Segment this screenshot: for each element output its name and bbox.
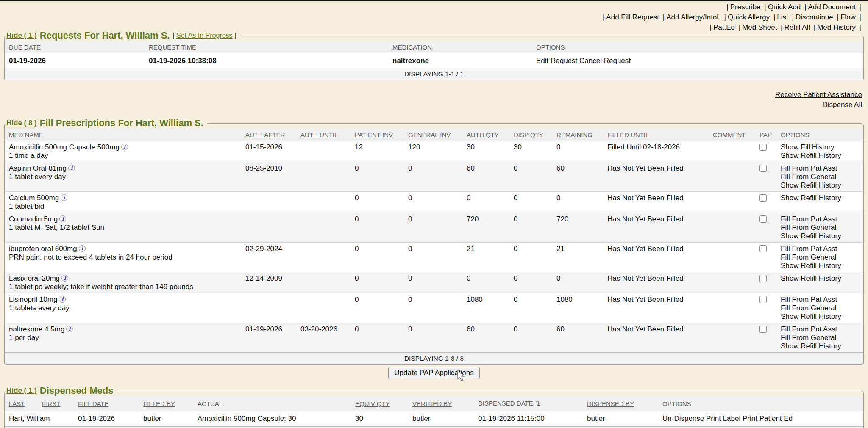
dispensed-col-equiv-qty[interactable]: EQUIV QTY	[351, 396, 408, 411]
nav-link-add-allergy-intol[interactable]: Add Allergy/Intol.	[666, 13, 721, 21]
pap-checkbox[interactable]	[760, 245, 767, 252]
fill-row: ibuprofen oral 600mgi PRN pain, not to e…	[5, 243, 863, 272]
dispensed-col-filled-by[interactable]: FILLED BY	[139, 396, 193, 411]
med-cell: Aspirin Oral 81mgi 1 tablet every day	[5, 162, 241, 192]
dispensed-col-first[interactable]: FIRST	[38, 396, 74, 411]
fill-from-pat-asst-link[interactable]: Fill From Pat Asst	[781, 325, 859, 334]
fill-col-remaining: REMAINING	[552, 129, 603, 141]
fill-from-general-link[interactable]: Fill From General	[781, 334, 859, 342]
fill-col-med-name[interactable]: MED NAME	[5, 129, 241, 141]
nav-link-add-fill-request[interactable]: Add Fill Request	[606, 13, 659, 21]
dispensed-col-fill-date[interactable]: FILL DATE	[74, 396, 139, 411]
set-as-in-progress-link[interactable]: Set As In Progress	[176, 32, 233, 39]
info-icon[interactable]: i	[79, 245, 86, 252]
requests-col-request-time[interactable]: REQUEST TIME	[145, 41, 388, 53]
fill-col-auth-after[interactable]: AUTH AFTER	[241, 129, 296, 141]
dispensed-col-verified-by[interactable]: VERIFIED BY	[408, 396, 474, 411]
nav-link-quick-add[interactable]: Quick Add	[768, 3, 801, 11]
nav-link-quick-allergy[interactable]: Quick Allergy	[728, 13, 770, 21]
show-refill-history-link[interactable]: Show Refill History	[781, 152, 859, 160]
requests-displaying: DISPLAYING 1-1 / 1	[5, 68, 863, 80]
show-refill-history-link[interactable]: Show Refill History	[781, 262, 859, 270]
fill-from-pat-asst-link[interactable]: Fill From Pat Asst	[781, 295, 859, 304]
nav-link-refill-all[interactable]: Refill All	[785, 23, 810, 31]
fill-from-general-link[interactable]: Fill From General	[781, 253, 859, 262]
info-icon[interactable]: i	[68, 165, 75, 171]
med-cell: naltrexone 4.5mgi 1 per day	[5, 323, 241, 353]
nav-line-3: |Pat.Ed |Med Sheet |Refill All |Med Hist…	[601, 22, 863, 33]
info-icon[interactable]: i	[61, 194, 67, 201]
nav-link-prescribe[interactable]: Prescribe	[730, 3, 761, 11]
nav-link-med-sheet[interactable]: Med Sheet	[742, 23, 777, 31]
receive-patient-assistance-link[interactable]: Receive Patient Assistance	[775, 90, 862, 100]
fill-hide-link[interactable]: Hide ( 8 )	[6, 119, 37, 127]
requests-footer-row: DISPLAYING 1-1 / 1	[5, 68, 863, 80]
nav-link-flow[interactable]: Flow	[840, 13, 856, 21]
nav-link-med-history[interactable]: Med History	[817, 23, 856, 31]
fill-from-pat-asst-link[interactable]: Fill From Pat Asst	[781, 245, 859, 253]
dispensed-col-actual: ACTUAL	[193, 396, 351, 411]
pap-checkbox[interactable]	[760, 275, 767, 282]
fill-row: Amoxicillin 500mg Capsule 500mgi 1 time …	[5, 141, 863, 162]
top-nav: |Prescribe |Quick Add |Add Document | |A…	[601, 2, 863, 33]
dispensed-col-dispensed-date[interactable]: DISPENSED DATE↴	[474, 396, 583, 411]
fill-from-pat-asst-link[interactable]: Fill From Pat Asst	[781, 215, 859, 224]
info-icon[interactable]: i	[59, 215, 66, 222]
requests-col-due-date[interactable]: DUE DATE	[5, 41, 145, 53]
options-cell: Show Refill History	[776, 272, 863, 293]
pap-checkbox[interactable]	[760, 215, 767, 223]
show-refill-history-link[interactable]: Show Refill History	[781, 232, 859, 240]
fill-from-general-link[interactable]: Fill From General	[781, 224, 859, 232]
med-sig: 1 time a day	[9, 152, 237, 160]
fill-col-general-inv[interactable]: GENERAL INV	[404, 129, 462, 141]
pap-checkbox[interactable]	[760, 144, 767, 151]
dispensed-col-last[interactable]: LAST	[5, 396, 38, 411]
fill-from-pat-asst-link[interactable]: Fill From Pat Asst	[781, 164, 859, 173]
dispensed-col-dispensed-by[interactable]: DISPENSED BY	[583, 396, 658, 411]
fill-legend: Hide ( 8 ) Fill Prescriptions For Hart, …	[6, 118, 207, 129]
fill-section-title: Fill Prescriptions For Hart, William S.	[40, 118, 203, 129]
med-name: Coumadin 5mg	[9, 215, 58, 223]
fill-from-general-link[interactable]: Fill From General	[781, 304, 859, 312]
fill-col-disp-qty: DISP QTY	[509, 129, 552, 141]
nav-link-list[interactable]: List	[777, 13, 788, 21]
dispensed-footer-row: DISPLAYING 1-1 / 1	[5, 427, 863, 428]
info-icon[interactable]: i	[59, 296, 66, 303]
info-icon[interactable]: i	[66, 326, 73, 332]
fill-col-auth-until[interactable]: AUTH UNTIL	[296, 129, 351, 141]
pap-checkbox[interactable]	[760, 194, 767, 202]
request-options[interactable]: Edit Request Cancel Request	[532, 53, 863, 68]
requests-hide-link[interactable]: Hide ( 1 )	[6, 31, 37, 40]
pap-checkbox[interactable]	[760, 296, 767, 303]
dispensed-options[interactable]: Un-Dispense Print Label Print Patient Ed	[658, 411, 863, 427]
nav-link-pat-ed[interactable]: Pat.Ed	[713, 23, 735, 31]
fill-from-general-link[interactable]: Fill From General	[781, 173, 859, 181]
requests-col-options: OPTIONS	[532, 41, 863, 53]
nav-link-add-document[interactable]: Add Document	[808, 3, 855, 11]
pap-checkbox[interactable]	[760, 165, 767, 172]
med-name: naltrexone 4.5mg	[9, 325, 64, 333]
dispense-all-link[interactable]: Dispense All	[822, 100, 862, 110]
dispensed-section-title: Dispensed Meds	[40, 385, 114, 396]
show-refill-history-link[interactable]: Show Refill History	[781, 274, 859, 283]
requests-section: Hide ( 1 ) Requests For Hart, William S.…	[4, 30, 864, 80]
med-cell: ibuprofen oral 600mgi PRN pain, not to e…	[5, 243, 241, 272]
info-icon[interactable]: i	[61, 275, 68, 282]
dispensed-hide-link[interactable]: Hide ( 1 )	[6, 387, 37, 395]
show-fill-history-link[interactable]: Show Fill History	[781, 143, 859, 152]
fill-col-patient-inv[interactable]: PATIENT INV	[351, 129, 404, 141]
show-refill-history-link[interactable]: Show Refill History	[781, 194, 859, 202]
show-refill-history-link[interactable]: Show Refill History	[781, 312, 859, 321]
med-cell: Calcium 500mgi 1 tablet bid	[5, 192, 241, 213]
show-refill-history-link[interactable]: Show Refill History	[781, 181, 859, 190]
show-refill-history-link[interactable]: Show Refill History	[781, 342, 859, 351]
nav-link-discontinue[interactable]: Discontinue	[796, 13, 833, 21]
update-pap-applications-button[interactable]: Update PAP Applications	[388, 367, 479, 379]
info-icon[interactable]: i	[121, 144, 128, 150]
pap-checkbox[interactable]	[760, 326, 767, 333]
med-name: Calcium 500mg	[9, 194, 59, 202]
requests-col-medication[interactable]: MEDICATION	[388, 41, 532, 53]
fill-row: Calcium 500mgi 1 tablet bid 0 0 0 0 0 Ha…	[5, 192, 863, 213]
options-cell: Show Refill History	[776, 192, 863, 213]
fill-row: Lasix oral 20mgi 1 tablet po weekly; tak…	[5, 272, 863, 293]
